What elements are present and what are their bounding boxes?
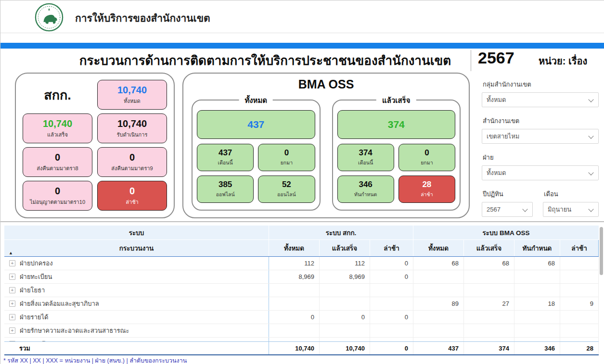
- bma-seal-icon: [34, 2, 64, 32]
- unit-label: หน่วย: เรื่อง: [539, 53, 599, 69]
- table-scrollbar[interactable]: [600, 227, 603, 275]
- table-cell: [560, 324, 599, 337]
- column-header[interactable]: ทั้งหมด: [413, 240, 463, 256]
- oss-total-card: 437: [197, 110, 315, 139]
- table-cell: [269, 284, 319, 297]
- filter-sidebar: กลุ่มสำนักงานเขต ทั้งหมด สำนักงานเขต เขต…: [482, 79, 599, 226]
- expand-icon[interactable]: +: [9, 301, 15, 307]
- title-divider: [471, 50, 471, 71]
- column-header[interactable]: ล่าช้า: [370, 240, 413, 256]
- table-cell: 0: [269, 311, 319, 324]
- table-cell: [514, 324, 560, 337]
- card-label: ทั้งหมด: [124, 97, 140, 105]
- division-select[interactable]: ทั้งหมด: [482, 165, 599, 180]
- total-cell: 10,740: [269, 342, 319, 354]
- row-name-cell: +ฝ่ายสิ่งแวดล้อมและสุขาภิบาล: [4, 297, 269, 310]
- expand-icon[interactable]: +: [9, 260, 15, 266]
- table-cell: [463, 270, 514, 283]
- expand-icon[interactable]: +: [9, 314, 15, 320]
- table-cell: [514, 284, 560, 297]
- chevron-down-icon: [588, 206, 593, 212]
- oss-card-carried-over: 0 ยกมา: [398, 144, 455, 171]
- table-cell: 8,969: [319, 270, 370, 283]
- table-row: +ฝ่ายรายได้000: [4, 311, 599, 324]
- row-label: ฝ่ายสิ่งแวดล้อมและสุขาภิบาล: [20, 299, 99, 309]
- row-name-cell: +ฝ่ายการศึกษา: [4, 338, 269, 341]
- filter-label: ปีปฏิทิน: [483, 189, 533, 199]
- expand-icon[interactable]: +: [9, 327, 15, 334]
- table-column-header: กระบวนงาน ▲ ทั้งหมด แล้วเสร็จ ล่าช้า ทั้…: [4, 240, 599, 257]
- group-header-system: ระบบ: [4, 226, 269, 240]
- card-label: ล่าช้า: [126, 198, 139, 206]
- row-label: ฝ่ายโยธา: [20, 285, 45, 295]
- table-cell: [560, 338, 599, 341]
- table-row: +ฝ่ายทะเบียน8,9698,9690: [4, 270, 599, 284]
- card-value: 0: [284, 148, 289, 158]
- table-cell: [514, 338, 560, 341]
- card-value: 346: [359, 180, 372, 189]
- filter-label: สำนักงานเขต: [483, 116, 599, 126]
- column-header[interactable]: ทันกำหนด: [514, 240, 560, 256]
- column-header[interactable]: แล้วเสร็จ: [319, 240, 370, 256]
- table-cell: [269, 338, 319, 341]
- table-cell: 0: [370, 311, 413, 324]
- page-title: กระบวนการด้านการติดตามการให้บริการประชาช…: [63, 50, 467, 70]
- table-cell: [319, 284, 370, 297]
- card-value: 10,740: [117, 118, 147, 129]
- app-title: การให้บริการของสำนักงานเขต: [75, 10, 210, 26]
- card-value: 0: [55, 186, 60, 197]
- card-label: เดือนนี้: [358, 159, 373, 167]
- column-header[interactable]: แล้วเสร็จ: [463, 240, 514, 256]
- column-header[interactable]: ทั้งหมด: [269, 240, 319, 256]
- card-value: 0: [129, 152, 135, 163]
- column-label: กระบวนงาน: [119, 243, 154, 253]
- column-header-process[interactable]: กระบวนงาน ▲: [4, 240, 269, 256]
- expand-icon[interactable]: +: [9, 341, 15, 341]
- table-row: +ฝ่ายสิ่งแวดล้อมและสุขาภิบาล8927189: [4, 297, 599, 311]
- select-value: 2567: [487, 206, 501, 213]
- district-select[interactable]: เขตสายไหม: [482, 129, 599, 144]
- total-cell: 0: [370, 342, 413, 354]
- chevron-down-icon: [522, 206, 527, 212]
- accent-bar: [0, 43, 604, 49]
- column-header[interactable]: ล่าช้า: [560, 240, 599, 256]
- total-cell: 374: [463, 342, 514, 354]
- expand-icon[interactable]: +: [9, 287, 15, 293]
- app-header: การให้บริการของสำนักงานเขต: [0, 0, 604, 33]
- chevron-down-icon: [588, 170, 593, 175]
- select-value: ทั้งหมด: [487, 95, 506, 105]
- table-cell: [560, 257, 599, 270]
- sort-ascending-icon[interactable]: ▲: [9, 251, 13, 255]
- expand-icon[interactable]: +: [9, 274, 15, 280]
- process-table: ระบบ ระบบ สกก. ระบบ BMA OSS กระบวนงาน ▲ …: [4, 226, 599, 355]
- table-cell: [560, 311, 599, 324]
- oss-completed-card: 374: [337, 110, 456, 139]
- card-value: 10,740: [43, 118, 72, 129]
- card-label: เดือนนี้: [218, 159, 233, 167]
- table-cell: [413, 324, 463, 337]
- card-value: 0: [55, 152, 60, 163]
- card-label: แล้วเสร็จ: [47, 130, 68, 139]
- sakk-card-returned-s9: 0 ส่งคืนตามมาตรา9: [97, 147, 167, 177]
- group-legend: แล้วเสร็จ: [376, 95, 416, 106]
- table-cell: [463, 324, 514, 337]
- card-value: 437: [247, 119, 264, 130]
- table-cell: 68: [413, 257, 463, 270]
- year-value: 2567: [478, 49, 514, 67]
- select-value: ทั้งหมด: [487, 168, 506, 178]
- month-select[interactable]: มิถุนายน: [543, 202, 599, 217]
- row-label: ฝ่ายรายได้: [20, 312, 48, 322]
- table-cell: [370, 284, 413, 297]
- total-label: รวม: [4, 342, 269, 354]
- district-group-select[interactable]: ทั้งหมด: [482, 92, 599, 107]
- year-select[interactable]: 2567: [482, 202, 533, 217]
- table-cell: [514, 270, 560, 283]
- table-cell: 0: [370, 270, 413, 283]
- row-name-cell: +ฝ่ายรายได้: [4, 311, 269, 324]
- row-name-cell: +ฝ่ายทะเบียน: [4, 270, 269, 283]
- card-label: ออฟไลน์: [216, 190, 235, 199]
- row-label: ฝ่ายรักษาความสะอาดและสวนสาธารณะ: [20, 326, 129, 336]
- group-header-bma-oss: ระบบ BMA OSS: [413, 226, 599, 240]
- oss-card-online: 52 ออนไลน์: [258, 176, 315, 203]
- bma-oss-panel: BMA OSS ทั้งหมด 437 437 เดือนนี้ 0 ยกมา: [182, 73, 470, 218]
